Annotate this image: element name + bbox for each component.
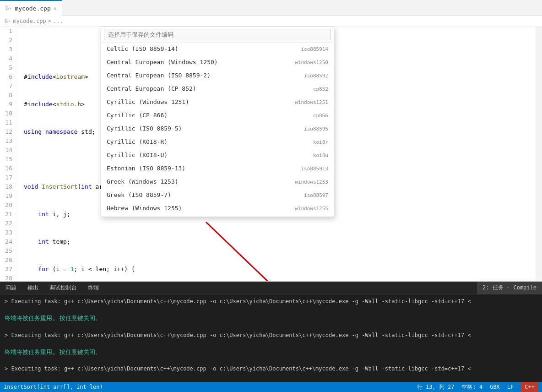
editor-scrollbar[interactable] [536, 27, 542, 281]
tab-problems[interactable]: 问题 [0, 282, 22, 294]
breadcrumb: G· mycode.cpp > ... [0, 16, 542, 27]
tab-output[interactable]: 输出 [22, 282, 44, 294]
status-line-ending[interactable]: LF [507, 384, 514, 390]
dropdown-item[interactable]: Cyrillic (KOI8-U)koi8u [101, 149, 334, 162]
dropdown-list[interactable]: Celtic (ISO 8859-14)iso885914Central Eur… [101, 43, 334, 217]
dropdown-item[interactable]: Central European (Windows 1250)windows12… [101, 56, 334, 69]
status-encoding[interactable]: GBK [490, 384, 500, 390]
dropdown-item[interactable]: Central European (ISO 8859-2)iso88592 [101, 69, 334, 82]
tab-close-button[interactable]: × [54, 5, 57, 11]
terminal-line: 终端将被任务重用, 按任意键关闭。 [5, 314, 537, 323]
dropdown-item[interactable]: Cyrillic (ISO 8859-5)iso88595 [101, 122, 334, 136]
terminal-line [5, 305, 537, 314]
terminal-line [5, 323, 537, 331]
tab-bar: G· mycode.cpp × [0, 0, 542, 16]
tab-debug-console[interactable]: 调试控制台 [44, 282, 82, 294]
line-numbers: 1 2 3 4 5 6 7 8 9 10 11 12 13 14 15 16 1… [0, 27, 18, 281]
dropdown-search-input[interactable] [104, 29, 331, 40]
dropdown-item[interactable]: Hebrew (Windows 1255)windows1255 [101, 202, 334, 215]
dropdown-item[interactable]: Estonian (ISO 8859-13)iso885913 [101, 162, 334, 175]
status-left: InsertSort(int arr[], int len) [4, 384, 417, 390]
tab-label: mycode.cpp [15, 5, 50, 12]
encoding-dropdown[interactable]: Celtic (ISO 8859-14)iso885914Central Eur… [101, 27, 334, 217]
terminal-line [5, 339, 537, 348]
editor-container: 1 2 3 4 5 6 7 8 9 10 11 12 13 14 15 16 1… [0, 27, 542, 281]
status-bar: InsertSort(int arr[], int len) 行 13, 列 2… [0, 382, 542, 392]
terminal-line: > Executing task: g++ c:\Users\yicha\Doc… [5, 331, 537, 339]
breadcrumb-icon: G· [5, 18, 11, 24]
dropdown-item[interactable]: Greek (ISO 8859-7)iso88597 [101, 189, 334, 202]
tab-terminal[interactable]: 终端 [82, 282, 104, 294]
dropdown-item[interactable]: Cyrillic (Windows 1251)windows1251 [101, 96, 334, 109]
bottom-tabs: 问题 输出 调试控制台 终端 2: 任务 - Compile [0, 282, 542, 294]
terminal-line: > Executing task: g++ c:\Users\yicha\Doc… [5, 297, 537, 305]
terminal-line: 终端将被任务重用, 按任意键关闭。 [5, 348, 537, 357]
file-icon: G· [5, 5, 12, 11]
tab-mycode-cpp[interactable]: G· mycode.cpp × [0, 0, 62, 16]
status-function: InsertSort(int arr[], int len) [4, 384, 103, 390]
dropdown-item[interactable]: Greek (Windows 1253)windows1253 [101, 175, 334, 189]
status-line-col[interactable]: 行 13, 列 27 [417, 383, 455, 391]
breadcrumb-file: mycode.cpp [13, 18, 46, 24]
terminal-content: > Executing task: g++ c:\Users\yicha\Doc… [0, 294, 542, 382]
terminal-line [5, 356, 537, 365]
dropdown-item[interactable]: Hebrew (ISO 8859-8)iso88598 [101, 215, 334, 217]
task-label: 2: 任务 - Compile [477, 282, 542, 294]
bottom-panel: 问题 输出 调试控制台 终端 2: 任务 - Compile > Executi… [0, 281, 542, 382]
editor-main[interactable]: 1 2 3 4 5 6 7 8 9 10 11 12 13 14 15 16 1… [0, 27, 536, 281]
status-language[interactable]: C++ [521, 382, 538, 392]
dropdown-search-container [101, 27, 334, 43]
status-spaces[interactable]: 空格: 4 [461, 383, 482, 391]
dropdown-item[interactable]: Celtic (ISO 8859-14)iso885914 [101, 43, 334, 56]
dropdown-item[interactable]: Cyrillic (KOI8-R)koi8r [101, 136, 334, 149]
status-right: 行 13, 列 27 空格: 4 GBK LF C++ [417, 382, 538, 392]
dropdown-item[interactable]: Cyrillic (CP 866)cp866 [101, 109, 334, 122]
terminal-line: > Executing task: g++ c:\Users\yicha\Doc… [5, 365, 537, 373]
dropdown-item[interactable]: Central European (CP 852)cp852 [101, 82, 334, 96]
breadcrumb-dots: ... [53, 18, 63, 24]
